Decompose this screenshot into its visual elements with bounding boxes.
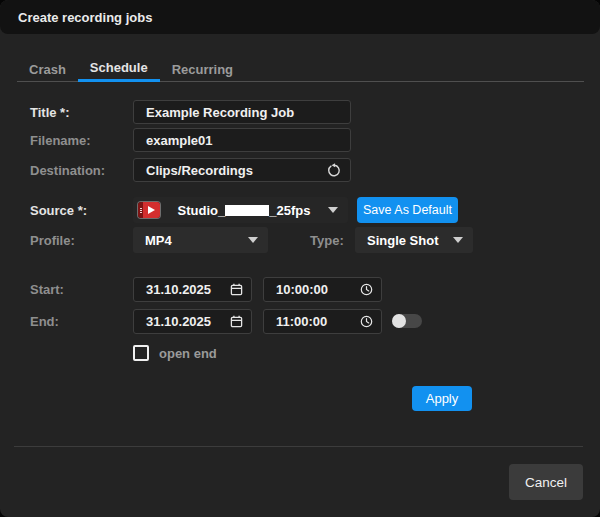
type-dropdown[interactable]: Single Shot	[355, 227, 473, 253]
calendar-icon[interactable]	[230, 315, 251, 328]
dialog-titlebar: Create recording jobs	[0, 0, 600, 34]
profile-label: Profile:	[30, 233, 75, 248]
tab-recurring[interactable]: Recurring	[160, 56, 245, 82]
destination-value: Clips/Recordings	[134, 163, 327, 178]
footer-divider	[14, 446, 583, 447]
tab-schedule[interactable]: Schedule	[78, 56, 160, 82]
profile-value: MP4	[133, 233, 248, 248]
type-label: Type:	[310, 233, 344, 248]
redacted-text	[225, 205, 269, 216]
filename-input[interactable]	[133, 128, 351, 152]
open-end-label: open end	[159, 346, 217, 361]
source-label: Source *:	[30, 203, 87, 218]
title-label: Title *:	[30, 105, 70, 120]
destination-label: Destination:	[30, 163, 105, 178]
video-source-icon	[138, 202, 160, 218]
create-recording-jobs-dialog: Create recording jobs Crash Schedule Rec…	[0, 0, 600, 517]
end-label: End:	[30, 314, 59, 329]
clock-icon[interactable]	[360, 283, 381, 296]
end-toggle[interactable]	[392, 314, 422, 328]
end-time-value: 11:00:00	[264, 314, 360, 329]
clock-icon[interactable]	[360, 315, 381, 328]
apply-button[interactable]: Apply	[412, 386, 472, 411]
profile-dropdown[interactable]: MP4	[133, 227, 268, 253]
tab-schedule-label: Schedule	[90, 60, 148, 75]
filename-label: Filename:	[30, 133, 91, 148]
dialog-title: Create recording jobs	[18, 10, 152, 25]
save-as-default-button[interactable]: Save As Default	[357, 197, 458, 223]
chevron-down-icon	[248, 237, 258, 243]
title-input[interactable]	[133, 100, 351, 124]
source-value: Studio__25fps	[160, 203, 328, 218]
history-icon[interactable]	[327, 163, 350, 178]
chevron-down-icon	[453, 237, 463, 243]
play-icon	[148, 206, 155, 214]
tab-bar: Crash Schedule Recurring	[17, 56, 584, 82]
start-date-input[interactable]: 31.10.2025	[133, 277, 252, 302]
start-date-value: 31.10.2025	[134, 282, 230, 297]
cancel-button[interactable]: Cancel	[509, 464, 583, 500]
start-time-value: 10:00:00	[264, 282, 360, 297]
start-time-input[interactable]: 10:00:00	[263, 277, 382, 302]
destination-input[interactable]: Clips/Recordings	[133, 158, 351, 182]
start-label: Start:	[30, 282, 64, 297]
toggle-knob	[392, 314, 406, 328]
end-date-value: 31.10.2025	[134, 314, 230, 329]
open-end-checkbox[interactable]	[133, 345, 149, 361]
tab-recurring-label: Recurring	[172, 62, 233, 77]
source-dropdown[interactable]: Studio__25fps	[133, 197, 348, 223]
tab-crash-label: Crash	[29, 62, 66, 77]
chevron-down-icon	[328, 207, 338, 213]
calendar-icon[interactable]	[230, 283, 251, 296]
end-time-input[interactable]: 11:00:00	[263, 309, 382, 334]
type-value: Single Shot	[355, 233, 453, 248]
tab-crash[interactable]: Crash	[17, 56, 78, 82]
end-date-input[interactable]: 31.10.2025	[133, 309, 252, 334]
